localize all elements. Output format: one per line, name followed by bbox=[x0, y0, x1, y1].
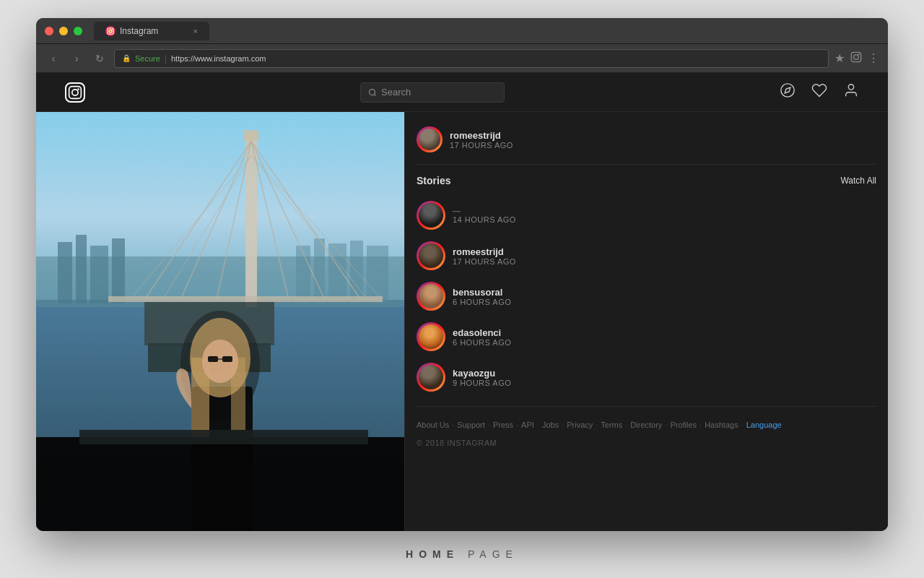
forward-button[interactable]: › bbox=[68, 50, 85, 67]
footer-dot-9: · bbox=[699, 418, 702, 433]
story-info-1: — 14 Hours Ago bbox=[453, 207, 876, 224]
browser-window: Instagram × ‹ › ↻ 🔒 Secure | https://www… bbox=[36, 18, 888, 531]
heart-icon[interactable] bbox=[811, 82, 827, 102]
tab-title: Instagram bbox=[120, 26, 158, 36]
svg-rect-48 bbox=[222, 356, 232, 362]
url-text: https://www.instagram.com bbox=[171, 54, 266, 63]
instagram-footer: About Us · Support · Press · API · Jobs … bbox=[417, 418, 876, 447]
address-bar[interactable]: 🔒 Secure | https://www.instagram.com bbox=[114, 49, 829, 68]
footer-link-language[interactable]: Language bbox=[746, 418, 782, 433]
story-avatar-inner-5 bbox=[419, 365, 443, 389]
footer-dot-7: · bbox=[625, 418, 627, 433]
story-time-3: 6 Hours Ago bbox=[453, 298, 876, 306]
post-user-info: romeestrijd 17 Hours Ago bbox=[450, 130, 876, 150]
story-avatar-5[interactable] bbox=[417, 363, 445, 392]
page-label: HOME PAGE bbox=[406, 548, 518, 560]
browser-navbar: ‹ › ↻ 🔒 Secure | https://www.instagram.c… bbox=[36, 44, 888, 73]
story-info-4: edasolenci 6 Hours Ago bbox=[453, 327, 876, 347]
post-username[interactable]: romeestrijd bbox=[450, 130, 876, 141]
svg-rect-3 bbox=[851, 52, 860, 61]
footer-dot-6: · bbox=[596, 418, 598, 433]
footer-link-privacy[interactable]: Privacy bbox=[567, 418, 593, 433]
instagram-sidebar: romeestrijd 17 Hours Ago Stories Watch A… bbox=[404, 112, 888, 531]
svg-point-7 bbox=[72, 89, 78, 95]
footer-link-directory[interactable]: Directory bbox=[630, 418, 662, 433]
tab-close-button[interactable]: × bbox=[193, 27, 198, 35]
story-item-2[interactable]: romeestrijd 17 Hours Ago bbox=[417, 236, 876, 276]
post-image bbox=[36, 112, 404, 531]
story-avatar-inner-4 bbox=[419, 324, 443, 349]
svg-point-46 bbox=[202, 340, 238, 383]
footer-dot-1: · bbox=[452, 418, 454, 433]
compass-icon[interactable] bbox=[780, 82, 796, 102]
story-avatar-3[interactable] bbox=[417, 282, 445, 311]
story-avatar-inner-3 bbox=[419, 284, 443, 309]
svg-rect-22 bbox=[314, 238, 325, 303]
story-item-3[interactable]: bensusoral 6 Hours Ago bbox=[417, 276, 876, 316]
more-button[interactable]: ⋮ bbox=[868, 51, 879, 65]
search-bar[interactable]: Search bbox=[360, 82, 505, 103]
story-avatar-1[interactable] bbox=[417, 201, 445, 230]
svg-point-11 bbox=[781, 84, 794, 97]
svg-rect-18 bbox=[76, 235, 87, 303]
svg-rect-20 bbox=[112, 238, 125, 303]
instagram-nav-icons bbox=[780, 82, 859, 102]
profile-icon[interactable] bbox=[843, 82, 859, 102]
story-avatar-inner-2 bbox=[419, 243, 443, 268]
svg-point-9 bbox=[370, 89, 375, 95]
story-username-1: — bbox=[453, 207, 876, 215]
svg-rect-0 bbox=[108, 27, 113, 33]
story-item-5[interactable]: kayaozgu 9 Hours Ago bbox=[417, 357, 876, 397]
post-user-avatar[interactable] bbox=[417, 126, 443, 152]
reload-button[interactable]: ↻ bbox=[91, 50, 108, 67]
stories-header: Stories Watch All bbox=[417, 175, 876, 186]
footer-dot-8: · bbox=[665, 418, 667, 433]
tab-area: Instagram × bbox=[94, 22, 879, 40]
story-item-1[interactable]: — 14 Hours Ago bbox=[417, 195, 876, 236]
footer-link-support[interactable]: Support bbox=[457, 418, 485, 433]
post-user-header: romeestrijd 17 Hours Ago bbox=[417, 126, 876, 165]
nav-actions: ★ ⋮ bbox=[834, 51, 879, 65]
story-username-3: bensusoral bbox=[453, 287, 876, 298]
close-window-button[interactable] bbox=[45, 27, 53, 35]
story-avatar-2[interactable] bbox=[417, 241, 445, 270]
story-info-3: bensusoral 6 Hours Ago bbox=[453, 287, 876, 306]
back-button[interactable]: ‹ bbox=[45, 50, 62, 67]
secure-label: Secure bbox=[135, 54, 160, 63]
svg-point-2 bbox=[112, 29, 113, 30]
svg-point-13 bbox=[848, 85, 853, 90]
story-item-4[interactable]: edasolenci 6 Hours Ago bbox=[417, 316, 876, 357]
story-time-2: 17 Hours Ago bbox=[453, 257, 876, 266]
bridge-illustration bbox=[36, 112, 404, 531]
footer-link-hashtags[interactable]: Hashtags bbox=[705, 418, 738, 433]
sidebar-divider bbox=[417, 406, 876, 407]
tab-favicon bbox=[105, 26, 116, 36]
instagram-header: Search bbox=[36, 73, 888, 112]
story-username-5: kayaozgu bbox=[453, 368, 876, 379]
story-username-4: edasolenci bbox=[453, 327, 876, 338]
svg-point-8 bbox=[77, 88, 79, 90]
footer-dot-5: · bbox=[562, 418, 564, 433]
footer-link-jobs[interactable]: Jobs bbox=[542, 418, 559, 433]
footer-copyright: © 2018 Instagram bbox=[417, 439, 876, 447]
active-tab[interactable]: Instagram × bbox=[94, 22, 209, 40]
maximize-window-button[interactable] bbox=[74, 27, 82, 35]
footer-link-api[interactable]: API bbox=[521, 418, 534, 433]
footer-link-profiles[interactable]: Profiles bbox=[670, 418, 697, 433]
minimize-window-button[interactable] bbox=[59, 27, 68, 35]
footer-link-press[interactable]: Press bbox=[493, 418, 513, 433]
story-time-1: 14 Hours Ago bbox=[453, 215, 876, 224]
footer-link-terms[interactable]: Terms bbox=[601, 418, 622, 433]
svg-point-1 bbox=[109, 29, 112, 32]
url-separator: | bbox=[165, 53, 167, 64]
footer-dot-4: · bbox=[537, 418, 539, 433]
footer-link-about[interactable]: About Us bbox=[417, 418, 449, 433]
story-time-5: 9 Hours Ago bbox=[453, 379, 876, 387]
browser-titlebar: Instagram × bbox=[36, 18, 888, 44]
bookmark-button[interactable]: ★ bbox=[834, 51, 845, 65]
story-avatar-4[interactable] bbox=[417, 322, 445, 351]
story-avatar-inner-1 bbox=[419, 203, 443, 228]
svg-rect-38 bbox=[108, 296, 383, 302]
watch-all-button[interactable]: Watch All bbox=[840, 176, 876, 186]
footer-dot-10: · bbox=[741, 418, 744, 433]
